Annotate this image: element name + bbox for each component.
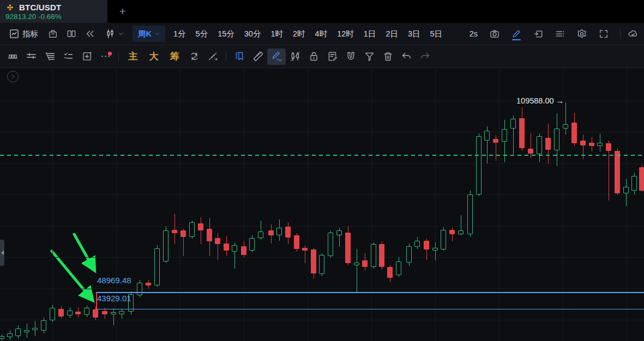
align-lines-icon — [44, 51, 56, 62]
candle-body — [519, 118, 525, 148]
candle-body — [67, 310, 73, 315]
drawing-toolbar: 主 大 筹 — [0, 45, 644, 68]
tune-lines-button[interactable] — [22, 48, 40, 65]
settings-button[interactable] — [573, 26, 591, 42]
candle-body — [50, 308, 55, 320]
arrow-annotation[interactable] — [74, 234, 94, 269]
bookmark-button[interactable] — [230, 48, 249, 65]
candle-wick — [174, 214, 175, 244]
candle-body — [379, 244, 384, 267]
toolbar-divider — [118, 52, 119, 62]
collapse-side-panel-handle[interactable] — [0, 240, 4, 266]
pattern-candles-button[interactable] — [286, 48, 304, 65]
candle-body — [276, 228, 282, 235]
binance-logo-icon — [5, 3, 15, 12]
candle-body — [311, 249, 316, 273]
more-button[interactable] — [96, 48, 115, 65]
horizontal-line-annotation[interactable] — [96, 292, 644, 293]
interval-1min[interactable]: 1分 — [168, 26, 191, 42]
replay-button[interactable] — [81, 26, 99, 42]
layout-button[interactable] — [62, 26, 81, 42]
cycle-edit-icon — [189, 51, 200, 62]
interval-15min[interactable]: 15分 — [213, 26, 239, 42]
symbol-tab[interactable]: BTC/USDT 92813.20 -0.66% — [0, 0, 107, 23]
ruler-button[interactable] — [249, 48, 267, 65]
fullscreen-button[interactable] — [594, 26, 613, 42]
add-box-icon — [81, 51, 93, 62]
arrow-annotation[interactable] — [52, 251, 92, 299]
interval-3d[interactable]: 3日 — [403, 26, 425, 42]
redo-icon — [419, 51, 431, 62]
replay-speed-button[interactable]: 2s — [465, 29, 482, 38]
interval-12h[interactable]: 12时 — [332, 26, 359, 42]
interval-2h[interactable]: 2时 — [288, 26, 310, 42]
candle-body — [476, 136, 482, 194]
quick-draw-button[interactable] — [507, 26, 526, 42]
object-timeline-button[interactable] — [3, 48, 22, 65]
level-price-label: 48969.48 — [97, 276, 131, 285]
new-tab-button[interactable]: + — [107, 0, 138, 23]
candle-style-icon — [105, 28, 116, 39]
trend-compare-button[interactable] — [203, 48, 222, 65]
tune-lines-icon — [26, 51, 37, 62]
candle-body — [589, 143, 594, 146]
align-lines-button[interactable] — [40, 48, 59, 65]
note-edit-button[interactable] — [323, 48, 341, 65]
interval-1d[interactable]: 1日 — [359, 26, 381, 42]
trash-icon — [382, 51, 394, 62]
lock-button[interactable] — [304, 48, 323, 65]
chevron-down-icon — [118, 31, 124, 36]
undo-button[interactable] — [397, 48, 416, 65]
note-edit-icon — [327, 51, 338, 62]
interval-2d[interactable]: 2日 — [381, 26, 403, 42]
magnet-button[interactable] — [341, 48, 360, 65]
cloud-sync-button[interactable] — [628, 26, 639, 42]
candle-body — [32, 328, 38, 330]
new-window-button[interactable] — [529, 26, 547, 42]
grid-line-horizontal — [0, 226, 644, 227]
interval-4h[interactable]: 4时 — [310, 26, 333, 42]
interval-selected-button[interactable]: 周K — [133, 26, 165, 42]
symbol-price-line: 92813.20 -0.66% — [5, 13, 102, 21]
interval-30min[interactable]: 30分 — [239, 26, 266, 42]
grid-line-vertical — [435, 68, 436, 341]
candle-body — [354, 263, 359, 265]
delete-button[interactable] — [378, 48, 397, 65]
grid-line-vertical — [371, 68, 372, 341]
candle-body — [84, 308, 89, 315]
interval-5d[interactable]: 5日 — [425, 26, 448, 42]
indicators-label: 指标 — [22, 29, 38, 39]
candle-body — [207, 229, 212, 241]
brush-draw-button[interactable] — [267, 48, 286, 65]
object-tree-button[interactable] — [551, 26, 569, 42]
triangle-left-icon — [1, 251, 4, 255]
redo-button[interactable] — [416, 48, 434, 65]
grid-line-vertical — [627, 68, 627, 341]
cycle-edit-button[interactable] — [185, 48, 203, 65]
horizontal-line-annotation[interactable] — [96, 309, 644, 309]
indicators-button[interactable]: 指标 — [3, 26, 44, 42]
screenshot-button[interactable] — [485, 26, 504, 42]
candle-style-button[interactable] — [99, 26, 129, 42]
interval-1h[interactable]: 1时 — [266, 26, 288, 42]
candle-body — [258, 232, 263, 238]
interval-5min[interactable]: 5分 — [191, 26, 213, 42]
add-box-button[interactable] — [77, 48, 96, 65]
checklist-button[interactable] — [59, 48, 77, 65]
cloud-sync-icon — [628, 28, 639, 40]
candle-body — [458, 230, 464, 234]
candle-body — [198, 223, 203, 230]
grid-line-horizontal — [0, 320, 644, 320]
magnet-icon — [345, 51, 357, 62]
grid-line-vertical — [180, 68, 180, 341]
save-template-button[interactable] — [44, 26, 62, 42]
chips-distribution-button[interactable]: 筹 — [164, 50, 185, 63]
active-underline — [512, 39, 521, 40]
main-chart-button[interactable]: 主 — [123, 50, 143, 63]
level-connector-line — [96, 293, 97, 309]
filter-button[interactable] — [360, 48, 378, 65]
large-view-button[interactable]: 大 — [143, 50, 164, 63]
grid-line-horizontal — [0, 163, 644, 164]
candle-wick — [218, 233, 218, 260]
expand-panel-chevron-button[interactable] — [7, 71, 19, 82]
